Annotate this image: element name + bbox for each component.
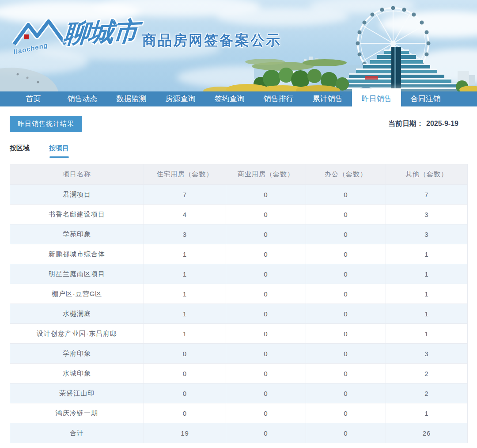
- residential-count-cell: 1: [144, 304, 226, 324]
- table-row: 学苑印象 3 0 0 3: [10, 224, 468, 244]
- table-row: 书香名邸建设项目 4 0 0 3: [10, 205, 468, 224]
- residential-count-cell: 1: [144, 324, 226, 344]
- nav-item-yesterday-sales[interactable]: 昨日销售: [352, 88, 401, 106]
- office-count-cell: 0: [306, 304, 386, 324]
- table-row: 水樾澜庭 1 0 0 1: [10, 304, 468, 324]
- other-count-cell: 1: [386, 324, 468, 344]
- project-name-cell: 学苑印象: [10, 224, 144, 244]
- residential-count-cell: 19: [144, 423, 226, 443]
- site-logo: liaocheng: [11, 19, 68, 51]
- other-count-cell: 26: [386, 423, 468, 443]
- office-count-cell: 0: [306, 244, 386, 264]
- project-name-cell: 设计创意产业园·东昌府邸: [10, 324, 144, 344]
- commercial-count-cell: 0: [226, 383, 306, 403]
- office-count-cell: 0: [306, 264, 386, 284]
- nav-item-sales-ranking[interactable]: 销售排行: [254, 91, 303, 106]
- residential-count-cell: 1: [144, 284, 226, 304]
- project-name-cell: 水城印象: [10, 364, 144, 383]
- commercial-count-cell: 0: [226, 423, 306, 443]
- other-count-cell: 3: [386, 224, 468, 244]
- commercial-count-cell: 0: [226, 284, 306, 304]
- other-count-cell: 1: [386, 284, 468, 304]
- commercial-count-cell: 0: [226, 185, 306, 205]
- tab-by-project[interactable]: 按项目: [49, 144, 69, 158]
- city-name-calligraphy: 聊城市: [63, 17, 139, 47]
- residential-count-cell: 1: [144, 264, 226, 284]
- col-header-commercial: 商业用房（套数）: [226, 164, 306, 185]
- other-count-cell: 2: [386, 364, 468, 383]
- office-count-cell: 0: [306, 224, 386, 244]
- project-name-cell: 新鹏都城市综合体: [10, 244, 144, 264]
- table-row: 君澜项目 7 0 0 7: [10, 185, 468, 205]
- nav-item-data-monitor[interactable]: 数据监测: [107, 91, 156, 106]
- commercial-count-cell: 0: [226, 324, 306, 344]
- toolbar: 昨日销售统计结果 当前日期：2025-9-19: [10, 116, 458, 132]
- brand-block: liaocheng 聊城市 商品房网签备案公示: [11, 19, 281, 51]
- table-row: 棚户区·豆营G区 1 0 0 1: [10, 284, 468, 304]
- table-row: 水城印象 0 0 0 2: [10, 364, 468, 383]
- residential-count-cell: 0: [144, 403, 226, 423]
- office-count-cell: 0: [306, 423, 386, 443]
- project-name-cell: 水樾澜庭: [10, 304, 144, 324]
- project-name-cell: 合计: [10, 423, 144, 443]
- other-count-cell: 1: [386, 403, 468, 423]
- office-count-cell: 0: [306, 403, 386, 423]
- table-body: 君澜项目 7 0 0 7 书香名邸建设项目 4 0 0 3 学苑印象 3 0 0…: [10, 185, 468, 443]
- table-row: 新鹏都城市综合体 1 0 0 1: [10, 244, 468, 264]
- residential-count-cell: 4: [144, 205, 226, 224]
- table-row: 学府印象 0 0 0 3: [10, 344, 468, 364]
- nav-item-home[interactable]: 首页: [9, 91, 58, 106]
- other-count-cell: 1: [386, 264, 468, 284]
- col-header-office: 办公（套数）: [306, 164, 386, 185]
- col-header-project-name: 项目名称: [10, 164, 144, 185]
- office-count-cell: 0: [306, 364, 386, 383]
- nav-item-contract-cancellation[interactable]: 合同注销: [401, 91, 450, 106]
- other-count-cell: 3: [386, 344, 468, 364]
- commercial-count-cell: 0: [226, 244, 306, 264]
- table-row: 合计 19 0 0 26: [10, 423, 468, 443]
- office-count-cell: 0: [306, 344, 386, 364]
- site-banner: liaocheng 聊城市 商品房网签备案公示: [0, 0, 477, 91]
- nav-item-sales-activity[interactable]: 销售动态: [58, 91, 107, 106]
- col-header-other: 其他（套数）: [386, 164, 468, 185]
- residential-count-cell: 0: [144, 383, 226, 403]
- yesterday-sales-result-button[interactable]: 昨日销售统计结果: [10, 116, 82, 132]
- office-count-cell: 0: [306, 284, 386, 304]
- other-count-cell: 2: [386, 383, 468, 403]
- commercial-count-cell: 0: [226, 224, 306, 244]
- other-count-cell: 1: [386, 304, 468, 324]
- project-name-cell: 棚户区·豆营G区: [10, 284, 144, 304]
- commercial-count-cell: 0: [226, 403, 306, 423]
- current-date-label: 当前日期：: [388, 120, 424, 127]
- table-row: 明星兰庭南区项目 1 0 0 1: [10, 264, 468, 284]
- project-name-cell: 学府印象: [10, 344, 144, 364]
- commercial-count-cell: 0: [226, 344, 306, 364]
- table-row: 鸿庆冷链一期 0 0 0 1: [10, 403, 468, 423]
- office-count-cell: 0: [306, 383, 386, 403]
- project-name-cell: 荣盛江山印: [10, 383, 144, 403]
- other-count-cell: 3: [386, 205, 468, 224]
- project-name-cell: 君澜项目: [10, 185, 144, 205]
- commercial-count-cell: 0: [226, 304, 306, 324]
- office-count-cell: 0: [306, 185, 386, 205]
- office-count-cell: 0: [306, 205, 386, 224]
- table-header: 项目名称 住宅用房（套数） 商业用房（套数） 办公（套数） 其他（套数）: [10, 164, 468, 185]
- yesterday-sales-table: 项目名称 住宅用房（套数） 商业用房（套数） 办公（套数） 其他（套数） 君澜项…: [10, 164, 468, 443]
- col-header-residential: 住宅用房（套数）: [144, 164, 226, 185]
- current-date-value: 2025-9-19: [426, 120, 458, 127]
- commercial-count-cell: 0: [226, 364, 306, 383]
- nav-item-listing-search[interactable]: 房源查询: [156, 91, 205, 106]
- residential-count-cell: 3: [144, 224, 226, 244]
- residential-count-cell: 0: [144, 364, 226, 383]
- current-date: 当前日期：2025-9-19: [388, 119, 458, 129]
- nav-item-contract-search[interactable]: 签约查询: [205, 91, 254, 106]
- residential-count-cell: 1: [144, 244, 226, 264]
- table-row: 设计创意产业园·东昌府邸 1 0 0 1: [10, 324, 468, 344]
- tab-by-district[interactable]: 按区域: [10, 144, 30, 158]
- other-count-cell: 1: [386, 244, 468, 264]
- nav-item-cumulative-sales[interactable]: 累计销售: [303, 91, 352, 106]
- main-nav: 首页 销售动态 数据监测 房源查询 签约查询 销售排行 累计销售 昨日销售 合同…: [0, 91, 477, 106]
- site-title: 商品房网签备案公示: [142, 31, 281, 50]
- project-name-cell: 鸿庆冷链一期: [10, 403, 144, 423]
- view-tabs: 按区域 按项目: [10, 144, 467, 158]
